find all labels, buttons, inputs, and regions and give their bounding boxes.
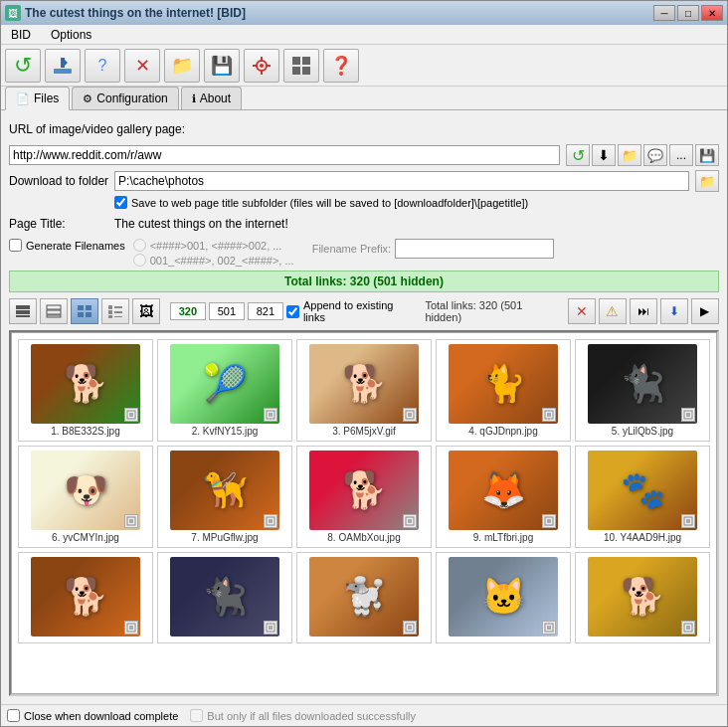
page-title-label: Page Title:	[9, 217, 108, 231]
thumb-icon-9	[542, 514, 556, 528]
svg-rect-46	[547, 519, 551, 523]
thumb-icon-10	[681, 514, 695, 528]
main-window: 🖼 The cutest things on the internet! [BI…	[0, 0, 728, 727]
thumb-icon-15	[681, 621, 695, 635]
svg-rect-19	[78, 305, 84, 310]
svg-rect-24	[114, 306, 122, 308]
svg-rect-16	[47, 305, 61, 309]
page-title-row: Page Title: The cutest things on the int…	[9, 213, 719, 235]
settings-toolbar-btn[interactable]	[244, 49, 279, 83]
svg-rect-50	[129, 626, 133, 630]
filename-radios: <####>001, <####>002, ... 001_<####>, 00…	[133, 239, 294, 267]
download-toolbar-btn[interactable]	[45, 49, 81, 83]
skip-btn[interactable]: ⏭	[630, 298, 657, 324]
svg-rect-36	[547, 413, 551, 417]
tab-configuration[interactable]: ⚙ Configuration	[72, 87, 178, 109]
view-thumbs-btn[interactable]	[71, 298, 98, 324]
close-button[interactable]: ✕	[701, 5, 723, 21]
grid-toolbar-btn[interactable]	[283, 49, 319, 83]
maximize-button[interactable]: □	[677, 5, 699, 21]
image-grid-container[interactable]: 🐕 1. B8E332S.jpg 🎾 2. KvfNY15.jpg	[11, 332, 717, 694]
url-more-btn[interactable]: ...	[669, 144, 693, 166]
thumb-icon-11	[124, 621, 138, 635]
toolbar: ↺ ? ✕ 📁 💾 ❓	[1, 45, 727, 87]
tab-files[interactable]: 📄 Files	[5, 87, 70, 110]
svg-rect-26	[114, 311, 122, 313]
image-cell-8[interactable]: 🐕 8. OAMbXou.jpg	[296, 446, 432, 548]
image-cell-6[interactable]: 🐶 6. yvCMYIn.jpg	[18, 446, 153, 548]
save-toolbar-btn[interactable]: 💾	[204, 49, 240, 83]
generate-filenames-row: Generate Filenames <####>001, <####>002,…	[9, 239, 719, 267]
subfolder-checkbox[interactable]	[114, 196, 127, 209]
svg-rect-34	[408, 413, 412, 417]
stop-toolbar-btn[interactable]: ✕	[124, 49, 160, 83]
image-label-4: 4. qGJDnpn.jpg	[468, 426, 538, 437]
minimize-button[interactable]: ─	[653, 5, 675, 21]
folder-input[interactable]	[114, 171, 689, 191]
link-count-2: 501	[209, 302, 245, 320]
links-bar-text: Total links: 320 (501 hidden)	[284, 274, 444, 288]
but-only-checkbox[interactable]	[190, 709, 203, 722]
svg-rect-0	[54, 69, 72, 74]
image-cell-15[interactable]: 🐕	[575, 552, 710, 643]
append-checkbox[interactable]	[286, 305, 299, 318]
thumb-icon-8	[403, 514, 417, 528]
select-none-btn[interactable]	[40, 298, 68, 324]
image-grid: 🐕 1. B8E332S.jpg 🎾 2. KvfNY15.jpg	[12, 333, 716, 649]
image-cell-14[interactable]: 🐱	[436, 552, 571, 643]
image-cell-11[interactable]: 🐕	[18, 552, 153, 643]
image-cell-4[interactable]: 🐈 4. qGJDnpn.jpg	[436, 339, 571, 442]
svg-rect-11	[292, 67, 300, 75]
image-cell-9[interactable]: 🦊 9. mLTfbri.jpg	[436, 446, 571, 548]
url-save-btn[interactable]: 💾	[695, 144, 719, 166]
image-btn[interactable]: 🖼	[132, 298, 160, 324]
image-cell-3[interactable]: 🐕 3. P6M5jxV.gif	[296, 339, 432, 442]
image-cell-5[interactable]: 🐈‍⬛ 5. yLilQbS.jpg	[575, 339, 710, 442]
close-checkbox[interactable]	[7, 709, 20, 722]
select-all-btn[interactable]	[9, 298, 37, 324]
bottom-bar: Close when download complete But only if…	[1, 704, 727, 726]
thumb-icon-4	[542, 408, 556, 422]
append-label: Append to existing links	[303, 299, 419, 323]
svg-rect-21	[78, 312, 84, 317]
image-label-1: 1. B8E332S.jpg	[51, 426, 120, 437]
image-cell-13[interactable]: 🐩	[296, 552, 432, 643]
url-refresh-btn[interactable]: ↺	[566, 144, 590, 166]
url-download-btn[interactable]: ⬇	[592, 144, 616, 166]
thumb-icon-3	[403, 408, 417, 422]
url-folder-btn[interactable]: 📁	[618, 144, 641, 166]
image-cell-2[interactable]: 🎾 2. KvfNY15.jpg	[157, 339, 292, 442]
svg-rect-42	[269, 519, 273, 523]
help-toolbar-btn[interactable]: ?	[85, 49, 120, 83]
url-chat-btn[interactable]: 💬	[643, 144, 667, 166]
about-toolbar-btn[interactable]: ❓	[323, 49, 359, 83]
folder-toolbar-btn[interactable]: 📁	[164, 49, 200, 83]
image-cell-1[interactable]: 🐕 1. B8E332S.jpg	[18, 339, 153, 442]
menu-bid[interactable]: BID	[5, 26, 37, 44]
svg-rect-12	[302, 67, 310, 75]
tab-about[interactable]: ℹ About	[181, 87, 242, 109]
thumb-icon-14	[542, 621, 556, 635]
url-label: URL of image/video gallery page:	[9, 122, 185, 136]
svg-rect-30	[129, 413, 133, 417]
menu-options[interactable]: Options	[45, 26, 97, 44]
go-btn[interactable]: ▶	[691, 298, 719, 324]
warning-btn[interactable]: ⚠	[599, 298, 627, 324]
folder-row: Download to folder 📁	[9, 170, 719, 192]
view-list-btn[interactable]	[101, 298, 129, 324]
dl-btn[interactable]: ⬇	[660, 298, 688, 324]
image-cell-12[interactable]: 🐈‍⬛	[157, 552, 292, 643]
svg-rect-28	[114, 316, 122, 317]
generate-filenames-checkbox[interactable]	[9, 239, 22, 252]
folder-browse-btn[interactable]: 📁	[695, 170, 719, 192]
filename-prefix-input[interactable]	[395, 239, 554, 259]
subfolder-label: Save to web page title subfolder (files …	[131, 197, 528, 209]
refresh-toolbar-btn[interactable]: ↺	[5, 49, 41, 83]
url-input[interactable]	[9, 145, 560, 165]
radio-format1[interactable]	[133, 239, 146, 252]
image-cell-7[interactable]: 🦮 7. MPuGflw.jpg	[157, 446, 292, 548]
image-cell-10[interactable]: 🐾 10. Y4AAD9H.jpg	[575, 446, 710, 548]
svg-rect-52	[269, 626, 273, 630]
delete-btn[interactable]: ✕	[568, 298, 596, 324]
radio-format2[interactable]	[133, 254, 146, 267]
